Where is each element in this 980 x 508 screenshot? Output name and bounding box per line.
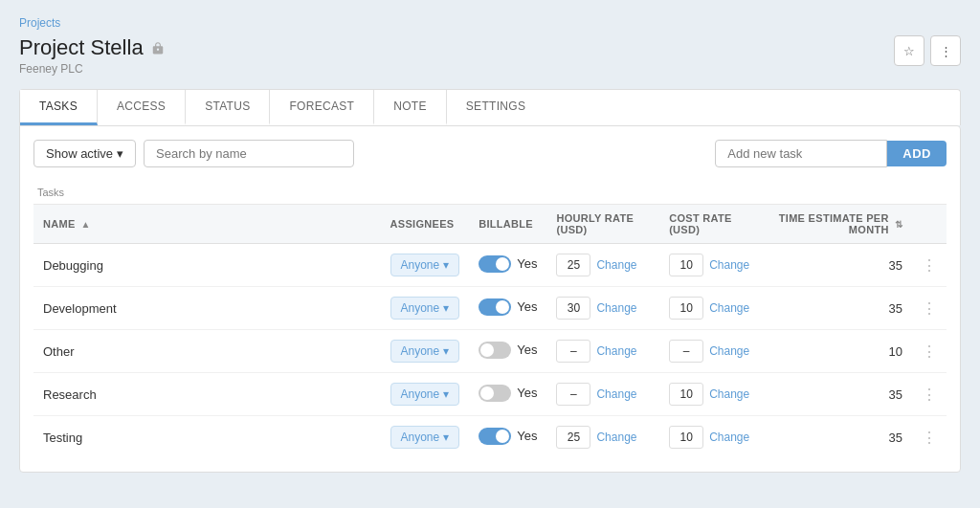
time-estimate-cell: 35 <box>766 416 912 459</box>
hourly-rate-change-button[interactable]: Change <box>596 301 636 315</box>
assignee-button[interactable]: Anyone ▾ <box>390 340 460 363</box>
hourly-rate-input[interactable] <box>556 254 590 276</box>
project-title: Project Stella <box>19 35 144 60</box>
tab-settings[interactable]: SETTINGS <box>447 90 545 125</box>
assignee-label: Anyone <box>401 387 440 401</box>
col-time-estimate-header[interactable]: TIME ESTIMATE PER MONTH ⇅ <box>775 212 902 235</box>
hourly-rate-input[interactable] <box>556 297 590 320</box>
add-task-input[interactable] <box>715 140 887 167</box>
assignee-label: Anyone <box>401 258 440 272</box>
task-name: Debugging <box>43 258 103 273</box>
chevron-down-icon: ▾ <box>443 387 449 401</box>
cost-rate-input[interactable] <box>669 383 703 406</box>
col-hourly-rate-header: HOURLY RATE (USD) <box>546 205 659 244</box>
chevron-down-icon: ▾ <box>443 431 449 444</box>
cost-rate-input[interactable] <box>669 426 703 449</box>
chevron-down-icon: ▾ <box>443 258 449 272</box>
assignee-label: Anyone <box>401 344 440 358</box>
billable-cell: Yes <box>479 255 537 273</box>
billable-cell: Yes <box>479 428 537 445</box>
cost-rate-change-button[interactable]: Change <box>709 258 749 272</box>
tasks-tbody: Debugging Anyone ▾ Yes Change Change <box>33 244 947 459</box>
project-subtitle: Feeney PLC <box>19 62 165 76</box>
billable-toggle[interactable] <box>479 342 511 359</box>
billable-label: Yes <box>517 256 537 271</box>
assignee-label: Anyone <box>401 301 440 315</box>
table-row: Debugging Anyone ▾ Yes Change Change <box>33 244 947 287</box>
hourly-rate-cell: Change <box>556 383 650 406</box>
time-estimate-cell: 35 <box>766 373 912 416</box>
hourly-rate-input[interactable] <box>556 426 590 449</box>
task-name: Testing <box>43 431 82 445</box>
table-row: Other Anyone ▾ Yes Change Change <box>33 330 947 373</box>
row-actions[interactable]: ⋮ <box>912 373 947 416</box>
breadcrumb: Projects <box>19 15 961 30</box>
cost-rate-input[interactable] <box>669 254 703 276</box>
tab-access[interactable]: ACCESS <box>98 90 186 125</box>
section-label: Tasks <box>33 181 947 205</box>
billable-toggle[interactable] <box>479 298 511 316</box>
breadcrumb-link[interactable]: Projects <box>19 16 60 30</box>
table-header: NAME ▲ ASSIGNEES BILLABLE HOURLY RATE (U… <box>33 205 947 244</box>
tabs-bar: TASKS ACCESS STATUS FORECAST NOTE SETTIN… <box>19 89 961 125</box>
main-card: Show active ▾ ADD Tasks NAME ▲ <box>19 125 961 473</box>
toolbar: Show active ▾ ADD <box>33 140 947 167</box>
chevron-down-icon: ▾ <box>443 301 449 315</box>
hourly-rate-change-button[interactable]: Change <box>596 344 636 358</box>
task-name: Other <box>43 344 75 359</box>
billable-toggle[interactable] <box>479 428 511 445</box>
cost-rate-input[interactable] <box>669 340 703 363</box>
hourly-rate-change-button[interactable]: Change <box>596 258 636 272</box>
chevron-down-icon: ▾ <box>443 344 449 358</box>
task-name: Development <box>43 301 117 316</box>
billable-toggle[interactable] <box>479 255 511 273</box>
more-button[interactable]: ⋮ <box>930 35 961 66</box>
task-name: Research <box>43 387 97 402</box>
tab-status[interactable]: STATUS <box>186 90 270 125</box>
assignee-label: Anyone <box>401 431 440 444</box>
col-assignees-header: ASSIGNEES <box>381 205 470 244</box>
star-icon: ☆ <box>903 44 915 58</box>
hourly-rate-change-button[interactable]: Change <box>596 387 636 401</box>
hourly-rate-input[interactable] <box>556 383 590 406</box>
col-billable-header: BILLABLE <box>469 205 546 244</box>
cost-rate-change-button[interactable]: Change <box>709 344 749 358</box>
row-actions[interactable]: ⋮ <box>912 330 947 373</box>
col-name-header[interactable]: NAME ▲ <box>43 218 91 230</box>
add-button[interactable]: ADD <box>887 141 947 166</box>
hourly-rate-cell: Change <box>556 254 650 276</box>
hourly-rate-input[interactable] <box>556 340 590 363</box>
search-input[interactable] <box>144 140 354 167</box>
time-estimate-cell: 35 <box>766 287 912 330</box>
assignee-button[interactable]: Anyone ▾ <box>390 297 460 320</box>
show-active-button[interactable]: Show active ▾ <box>33 140 136 167</box>
assignee-button[interactable]: Anyone ▾ <box>390 383 460 406</box>
col-cost-rate-header: COST RATE (USD) <box>659 205 766 244</box>
billable-toggle[interactable] <box>479 385 511 402</box>
billable-cell: Yes <box>479 298 537 316</box>
time-estimate-cell: 10 <box>766 330 912 373</box>
header-actions: ☆ ⋮ <box>894 35 961 66</box>
project-title-area: Project Stella Feeney PLC <box>19 35 165 76</box>
hourly-rate-change-button[interactable]: Change <box>596 431 636 444</box>
chevron-down-icon: ▾ <box>117 146 123 161</box>
star-button[interactable]: ☆ <box>894 35 924 66</box>
cost-rate-change-button[interactable]: Change <box>709 301 749 315</box>
table-row: Testing Anyone ▾ Yes Change Change <box>33 416 947 459</box>
assignee-button[interactable]: Anyone ▾ <box>390 254 460 276</box>
tab-note[interactable]: NOTE <box>374 90 447 125</box>
tab-tasks[interactable]: TASKS <box>20 90 98 125</box>
cost-rate-cell: Change <box>669 426 756 449</box>
tab-forecast[interactable]: FORECAST <box>270 90 374 125</box>
row-actions[interactable]: ⋮ <box>912 244 947 287</box>
assignee-button[interactable]: Anyone ▾ <box>390 426 460 449</box>
cost-rate-change-button[interactable]: Change <box>709 387 749 401</box>
sort-icon-time: ⇅ <box>895 219 902 230</box>
billable-label: Yes <box>517 429 537 443</box>
time-estimate-cell: 35 <box>766 244 912 287</box>
row-actions[interactable]: ⋮ <box>912 416 947 459</box>
cost-rate-change-button[interactable]: Change <box>709 431 749 444</box>
tasks-table: NAME ▲ ASSIGNEES BILLABLE HOURLY RATE (U… <box>33 205 947 458</box>
cost-rate-input[interactable] <box>669 297 703 320</box>
row-actions[interactable]: ⋮ <box>912 287 947 330</box>
